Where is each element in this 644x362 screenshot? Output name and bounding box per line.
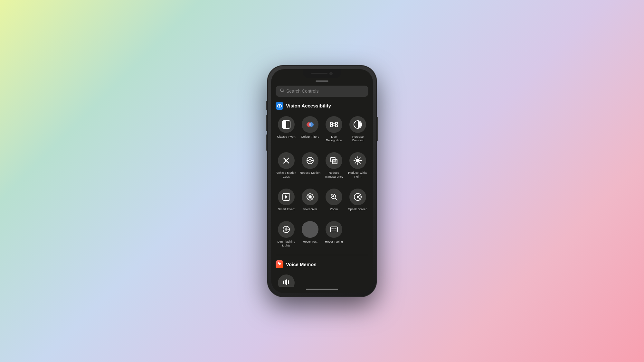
smart-invert-icon: [278, 189, 295, 205]
voice-memos-icon: [276, 260, 283, 268]
svg-marker-40: [357, 195, 360, 199]
svg-rect-57: [288, 280, 289, 284]
volume-down-button: [266, 135, 267, 151]
increase-contrast-label: Increase Contrast: [347, 135, 368, 142]
increase-contrast-icon: [349, 116, 366, 133]
voice-memo-icon: [278, 274, 295, 286]
svg-point-22: [356, 159, 360, 162]
svg-line-29: [355, 162, 356, 163]
live-recognition-control[interactable]: Live Recognition: [322, 114, 346, 145]
classic-invert-icon: [278, 116, 295, 133]
hover-typing-control[interactable]: Hover Typing: [322, 218, 346, 250]
reduce-motion-control[interactable]: Reduce Motion: [298, 150, 322, 181]
live-recognition-icon: [326, 116, 342, 133]
vision-accessibility-header: Vision Accessibility: [276, 102, 368, 110]
hover-text-label: Hover Text: [303, 240, 317, 243]
reduce-motion-icon: [302, 152, 318, 169]
smart-invert-control[interactable]: Smart Invert: [274, 186, 298, 213]
voiceover-icon: [302, 189, 318, 205]
screen-content[interactable]: Search Controls Vision Accessibility: [271, 69, 373, 287]
reduce-motion-label: Reduce Motion: [300, 171, 320, 174]
svg-line-27: [355, 158, 356, 159]
vision-accessibility-title: Vision Accessibility: [286, 103, 331, 108]
reduce-transparency-label: Reduce Transparency: [324, 171, 344, 178]
reduce-white-point-label: Reduce White Point: [347, 171, 368, 178]
vehicle-motion-cues-label: Vehicle Motion Cues: [276, 171, 297, 178]
svg-point-3: [279, 105, 280, 107]
vehicle-motion-cues-control[interactable]: Vehicle Motion Cues: [274, 150, 298, 181]
svg-line-28: [360, 162, 361, 163]
reduce-transparency-control[interactable]: Reduce Transparency: [322, 150, 346, 181]
colour-filters-control[interactable]: Colour Filters: [298, 114, 322, 145]
drag-indicator: [316, 80, 328, 82]
svg-rect-21: [333, 159, 337, 164]
hover-typing-icon: [326, 221, 342, 238]
dim-flashing-lights-label: Dim Flashing Lights: [276, 240, 297, 247]
voice-memos-controls: Voice Memo: [274, 272, 370, 286]
zoom-icon: [326, 189, 342, 205]
voiceover-label: VoiceOver: [303, 207, 317, 211]
speak-screen-control[interactable]: Speak Screen: [346, 186, 370, 213]
power-button: [377, 117, 378, 141]
voice-memos-header: Voice Memos: [276, 260, 368, 268]
reduce-transparency-icon: [326, 152, 342, 169]
colour-filters-icon: [302, 116, 318, 133]
svg-rect-7: [336, 122, 337, 124]
notch: [303, 69, 341, 78]
phone-frame: Search Controls Vision Accessibility: [267, 65, 377, 297]
phone-wrapper: Search Controls Vision Accessibility: [267, 65, 377, 297]
increase-contrast-control[interactable]: Increase Contrast: [346, 114, 370, 145]
smart-invert-label: Smart Invert: [278, 207, 295, 211]
phone-screen: Search Controls Vision Accessibility: [271, 69, 373, 293]
zoom-label: Zoom: [330, 207, 338, 211]
svg-line-30: [360, 158, 361, 159]
speak-screen-label: Speak Screen: [348, 207, 367, 211]
controls-grid-row1: Classic Invert Colour Filters: [274, 114, 370, 145]
svg-rect-51: [278, 262, 279, 264]
notch-camera: [329, 72, 333, 75]
svg-rect-9: [336, 125, 337, 127]
svg-rect-53: [280, 263, 281, 265]
live-recognition-label: Live Recognition: [324, 135, 344, 142]
notch-speaker: [311, 73, 327, 74]
zoom-control[interactable]: Zoom: [322, 186, 346, 213]
speak-screen-icon: [349, 189, 366, 205]
svg-rect-8: [330, 125, 332, 127]
search-icon: [280, 88, 284, 94]
vehicle-motion-cues-icon: [278, 152, 295, 169]
voice-memos-title: Voice Memos: [286, 262, 317, 267]
svg-rect-54: [283, 281, 284, 284]
search-bar[interactable]: Search Controls: [276, 86, 368, 97]
voiceover-control[interactable]: VoiceOver: [298, 186, 322, 213]
svg-line-36: [335, 198, 337, 200]
mute-button: [266, 101, 267, 110]
svg-rect-56: [286, 279, 287, 285]
home-bar: [306, 289, 338, 290]
hover-typing-label: Hover Typing: [325, 240, 343, 243]
voice-memo-control[interactable]: Voice Memo: [274, 272, 298, 286]
colour-filters-label: Colour Filters: [301, 135, 319, 138]
controls-grid-row3: Smart Invert VoiceOver: [274, 186, 370, 213]
svg-rect-6: [330, 122, 332, 124]
svg-rect-10: [333, 123, 335, 126]
svg-rect-52: [279, 263, 280, 265]
svg-point-15: [309, 159, 311, 162]
hover-text-control[interactable]: Hover Text: [298, 218, 322, 250]
svg-line-1: [283, 91, 284, 92]
svg-point-42: [285, 228, 288, 231]
dim-flashing-lights-icon: [278, 221, 295, 238]
divider-1: [276, 255, 368, 255]
controls-grid-row4: Dim Flashing Lights Hover Text: [274, 218, 370, 250]
controls-grid-row2: Vehicle Motion Cues: [274, 150, 370, 181]
svg-rect-55: [285, 280, 286, 284]
home-indicator: [271, 287, 373, 293]
volume-up-button: [266, 115, 267, 131]
reduce-white-point-control[interactable]: Reduce White Point: [346, 150, 370, 181]
classic-invert-control[interactable]: Classic Invert: [274, 114, 298, 145]
search-placeholder: Search Controls: [286, 88, 318, 94]
vision-accessibility-icon: [276, 102, 283, 110]
svg-point-13: [285, 160, 287, 162]
classic-invert-label: Classic Invert: [277, 135, 295, 138]
reduce-white-point-icon: [349, 152, 366, 169]
dim-flashing-lights-control[interactable]: Dim Flashing Lights: [274, 218, 298, 250]
